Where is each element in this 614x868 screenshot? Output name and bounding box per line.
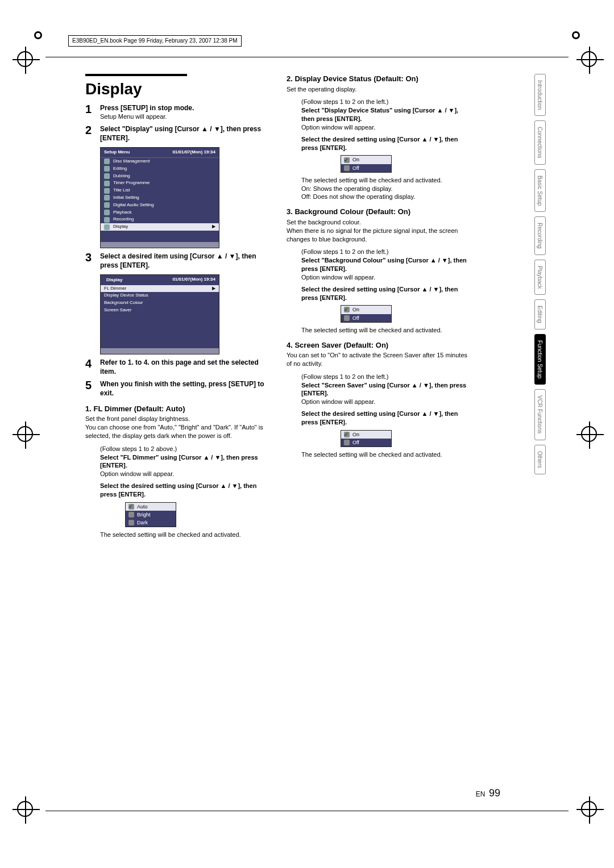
instruction-bold: Select "Screen Saver" using [Cursor ▲ / …	[301, 382, 466, 397]
menu-item-icon	[104, 158, 110, 164]
lang-code: EN	[476, 790, 486, 798]
menu-item-icon	[104, 181, 110, 186]
option-box: On Off	[341, 430, 392, 447]
setup-menu-figure: Setup Menu 01/01/07(Mon) 19:34 Disc Mana…	[100, 147, 219, 248]
step-number: 3	[85, 252, 96, 270]
menu-item: Initial Setting	[113, 195, 139, 201]
section-text: You can set to "On" to activate the Scre…	[287, 351, 472, 368]
menu-title: Display	[106, 277, 122, 282]
option: Off	[352, 165, 359, 172]
page-num: 99	[489, 787, 500, 799]
option-appear: Option window will appear.	[301, 123, 472, 132]
crop-mark-icon	[17, 801, 33, 817]
step-number: 5	[85, 379, 96, 398]
result-text: The selected setting will be checked and…	[301, 326, 472, 335]
option-box: On Off	[341, 155, 392, 172]
follow-steps: (Follow steps 1 to 2 on the left.)	[301, 373, 472, 381]
menu-datetime: 01/01/07(Mon) 19:34	[172, 277, 215, 283]
step-number: 4	[85, 358, 96, 376]
option: On	[352, 156, 359, 163]
section-text: Set the operating display.	[287, 85, 472, 94]
check-icon	[344, 315, 350, 321]
menu-item: Dubbing	[113, 173, 130, 180]
instruction-bold: Select "FL Dimmer" using [Cursor ▲ / ▼],…	[100, 454, 258, 469]
page-number: EN 99	[476, 786, 500, 800]
option: Bright	[137, 511, 151, 518]
check-icon	[344, 157, 350, 163]
result-text: Off: Does not show the operating display…	[301, 193, 472, 201]
instruction-bold: Select the desired setting using [Cursor…	[301, 136, 458, 151]
option: Off	[352, 439, 359, 446]
menu-item: Timer Programme	[113, 180, 150, 186]
follow-steps: (Follow steps 1 to 2 above.)	[100, 445, 271, 453]
display-menu-figure: Display 01/01/07(Mon) 19:34 FL Dimmer▶ D…	[100, 274, 219, 354]
result-text: On: Shows the operating display.	[301, 185, 472, 193]
menu-item-selected: FL Dimmer	[104, 286, 126, 292]
tab-playback[interactable]: Playback	[534, 260, 546, 295]
menu-item-icon	[104, 188, 110, 194]
crop-mark-icon	[17, 51, 33, 67]
page-title: Display	[85, 74, 187, 100]
check-icon	[128, 512, 134, 518]
instruction-bold: Select the desired setting using [Cursor…	[100, 482, 256, 498]
tab-editing[interactable]: Editing	[534, 299, 546, 329]
option: Off	[352, 315, 359, 322]
step-bold: Refer to 1. to 4. on this page and set t…	[100, 358, 259, 375]
menu-item: Recording	[113, 216, 134, 223]
menu-item-icon	[104, 202, 110, 208]
step-bold: Select "Display" using [Cursor ▲ / ▼], t…	[100, 125, 261, 142]
option: On	[352, 306, 359, 313]
tab-basic-setup[interactable]: Basic Setup	[534, 169, 546, 212]
tab-vcr-functions[interactable]: VCR Functions	[534, 389, 546, 440]
menu-item: Digital Audio Setting	[113, 202, 154, 208]
instruction-bold: Select the desired setting using [Cursor…	[301, 410, 458, 425]
option-appear: Option window will appear.	[100, 470, 271, 478]
trim-line	[45, 811, 569, 811]
check-icon	[344, 440, 350, 445]
result-text: The selected setting will be checked and…	[301, 176, 472, 185]
step-number: 1	[85, 103, 96, 121]
menu-item-icon	[104, 195, 110, 201]
menu-item: Editing	[113, 166, 127, 172]
book-meta: E3B90ED_EN.book Page 99 Friday, February…	[68, 35, 242, 47]
option: Auto	[137, 503, 148, 510]
option-box: Auto Bright Dark	[125, 502, 176, 527]
check-icon	[344, 307, 350, 312]
instruction-bold: Select the desired setting using [Cursor…	[301, 286, 458, 301]
crop-mark-icon	[581, 51, 597, 67]
trim-line	[45, 57, 569, 57]
check-icon	[128, 504, 134, 510]
menu-item-icon	[104, 217, 110, 223]
tab-connections[interactable]: Connections	[534, 120, 546, 165]
menu-title: Setup Menu	[104, 149, 130, 156]
menu-item: Background Colour	[101, 299, 219, 307]
crop-ring-left-icon	[34, 31, 42, 39]
section-text: When there is no signal for the picture …	[287, 227, 472, 244]
result-text: The selected setting will be checked and…	[301, 450, 472, 459]
tab-introduction[interactable]: Introduction	[534, 74, 546, 116]
tab-function-setup[interactable]: Function Setup	[534, 334, 546, 385]
option: On	[352, 431, 359, 438]
tab-recording[interactable]: Recording	[534, 216, 546, 255]
instruction-bold: Select "Background Colour" using [Cursor…	[301, 257, 467, 272]
menu-item-icon	[104, 224, 110, 230]
crop-mark-icon	[17, 426, 33, 442]
option-appear: Option window will appear.	[301, 273, 472, 282]
tab-others[interactable]: Others	[534, 445, 546, 474]
chevron-right-icon: ▶	[212, 286, 215, 292]
crop-mark-icon	[581, 801, 597, 817]
result-text: The selected setting will be checked and…	[100, 531, 271, 539]
chevron-right-icon: ▶	[212, 224, 215, 230]
step-bold: Press [SETUP] in stop mode.	[100, 104, 194, 112]
menu-item: Display Device Status	[101, 292, 219, 299]
menu-item-icon	[104, 166, 110, 172]
section-heading: 3. Background Colour (Default: On)	[287, 207, 472, 217]
right-column: 2. Display Device Status (Default: On) S…	[287, 74, 472, 539]
section-heading: 1. FL Dimmer (Default: Auto)	[85, 404, 271, 414]
crop-mark-icon	[581, 426, 597, 442]
menu-item-icon	[104, 173, 110, 179]
option-appear: Option window will appear.	[301, 398, 472, 406]
step-bold: Select a desired item using [Cursor ▲ / …	[100, 252, 256, 269]
left-column: Display 1 Press [SETUP] in stop mode. Se…	[85, 74, 271, 539]
section-tabs: Introduction Connections Basic Setup Rec…	[534, 74, 546, 474]
